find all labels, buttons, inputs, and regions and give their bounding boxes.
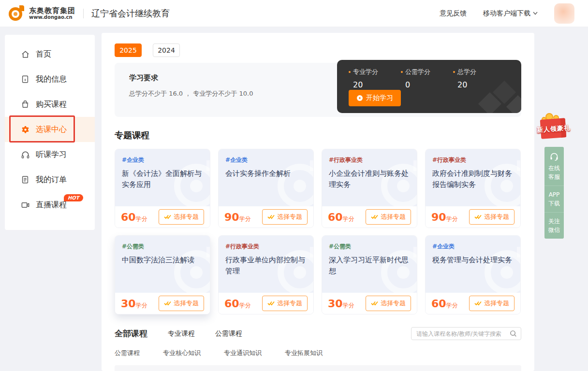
double-check-icon [164,214,171,219]
double-check-icon [474,214,482,219]
card-credits: 30学分 [328,298,354,310]
sidebar-item-buy-courses[interactable]: 购买课程 [5,92,95,117]
sidebar-item-listen-learn[interactable]: 听课学习 [5,142,95,167]
topic-card[interactable]: #行政事业类 行政事业单位内部控制与管理 60学分 选择专题 [218,235,314,314]
logo-brand-text: 东奥教育集团 [29,7,75,15]
learning-requirements-box: 学习要求 总学分不少于 16.0 ， 专业学分不少于 10.0 专业学分 20 … [115,63,521,117]
mobile-download-link[interactable]: 移动客户端下载 [483,9,538,18]
select-topic-button[interactable]: 选择专题 [159,209,204,225]
double-check-icon [164,301,171,306]
select-topic-button[interactable]: 选择专题 [366,209,411,225]
credits-panel: 专业学分 20 公需学分 0 总学分 20 开始学习 [337,60,521,113]
sidebar-item-course-center[interactable]: 选课中心 [5,117,95,142]
chevron-down-icon [533,12,538,15]
online-service-button[interactable]: 在线 客服 [544,147,564,186]
year-tab-2024[interactable]: 2024 [153,43,180,57]
floating-sidebar: 新人领豪礼 在线 客服 APP 下载 关注 微信 [536,112,573,239]
tab-all-courses[interactable]: 全部课程 [115,328,147,339]
credit-item-professional: 专业学分 20 [349,68,382,89]
card-title: 中国数字法治三法解读 [122,255,203,266]
double-check-icon [267,214,275,219]
topic-cards-grid: #企业类 新《会计法》全面解析与实务应用 60学分 选择专题 #企业类 会计实务… [115,149,521,314]
dongao-logo[interactable]: 东奥教育集团 www.dongao.cn [9,5,75,22]
subtab-public-courses[interactable]: 公需课程 [115,349,140,357]
double-check-icon [371,301,378,306]
topic-card[interactable]: #企业类 会计实务操作全解析 90学分 选择专题 [218,149,314,228]
card-tag: #行政事业类 [432,156,514,164]
gear-icon [20,125,30,134]
double-check-icon [371,214,378,219]
card-title: 小企业会计准则与账务处理实务 [329,168,410,191]
double-check-icon [474,301,482,306]
card-credits: 60学分 [328,211,354,223]
card-tag: #行政事业类 [329,156,410,164]
headset-icon [549,152,559,161]
video-icon [20,200,30,210]
subtab-core-knowledge[interactable]: 专业核心知识 [163,349,201,357]
topic-card[interactable]: #企业类 新《会计法》全面解析与实务应用 60学分 选择专题 [115,149,210,228]
select-topic-button[interactable]: 选择专题 [262,296,308,311]
topic-card[interactable]: #行政事业类 小企业会计准则与账务处理实务 60学分 选择专题 [322,149,417,228]
card-title: 新《会计法》全面解析与实务应用 [122,168,203,191]
course-list-header: 全部课程 专业课程 公需课程 [115,327,521,340]
course-table-header: 课程分类 课程名称 主讲老师 学分 级别 热度 试听 操作 [115,365,521,371]
card-title: 行政事业单位内部控制与管理 [225,255,307,277]
order-doc-icon [20,175,30,185]
app-download-button[interactable]: APP 下载 [544,186,564,213]
logo-url-text: www.dongao.cn [29,14,75,20]
course-search-box[interactable] [411,327,521,340]
subtab-general-knowledge[interactable]: 专业通识知识 [224,349,262,357]
year-tab-2025[interactable]: 2025 [115,43,142,57]
card-tag: #行政事业类 [225,243,307,251]
topic-card[interactable]: #企业类 税务管理与会计处理实务 60学分 选择专题 [425,235,521,314]
sidebar-item-live-courses[interactable]: 直播课程 HOT [5,192,95,217]
card-title: 会计实务操作全解析 [225,168,307,179]
dongao-logo-icon [9,5,25,22]
user-avatar[interactable] [554,3,574,24]
headphones-icon [20,150,30,159]
card-credits: 60学分 [224,298,251,310]
hot-badge: HOT [64,194,83,201]
course-search-input[interactable] [416,330,510,337]
play-circle-icon [356,95,363,101]
card-tag: #企业类 [122,156,203,164]
sidebar-item-home[interactable]: 首页 [5,42,95,67]
topics-section-title: 专题课程 [115,129,521,141]
info-doc-icon [20,74,30,84]
new-user-gift-banner[interactable]: 新人领豪礼 [536,112,572,142]
subtab-extended-knowledge[interactable]: 专业拓展知识 [285,349,323,357]
main-panel: 2025 2024 学习要求 总学分不少于 16.0 ， 专业学分不少于 10.… [102,33,534,371]
search-icon[interactable] [510,330,517,337]
topic-card[interactable]: #公需类 中国数字法治三法解读 30学分 选择专题 [115,235,210,314]
secondary-tabs: 公需课程 专业核心知识 专业通识知识 专业拓展知识 [115,349,521,357]
tab-professional-courses[interactable]: 专业课程 [168,329,195,338]
sidebar-item-my-info[interactable]: 我的信息 [5,67,95,92]
select-topic-button[interactable]: 选择专题 [469,296,514,311]
card-title: 深入学习习近平新时代思想 [329,255,410,277]
site-title: 辽宁省会计继续教育 [91,8,170,19]
select-topic-button[interactable]: 选择专题 [262,209,308,225]
credit-item-total: 总学分 20 [453,68,487,89]
floating-button-stack: 在线 客服 APP 下载 关注 微信 [544,147,564,239]
card-credits: 90学分 [224,211,251,223]
tab-public-courses[interactable]: 公需课程 [215,329,242,338]
shopping-bag-icon [20,100,30,109]
sidebar-nav: 首页 我的信息 购买课程 选课中心 听课学习 我的订单 直播课程 [5,35,95,230]
card-credits: 30学分 [121,298,147,310]
topic-card[interactable]: #行政事业类 政府会计准则制度与财务报告编制实务 90学分 选择专题 [425,149,521,228]
select-topic-button[interactable]: 选择专题 [366,296,411,311]
card-credits: 60学分 [431,298,458,310]
topic-card[interactable]: #公需类 深入学习习近平新时代思想 30学分 选择专题 [322,235,417,314]
header-divider [83,9,84,18]
card-credits: 60学分 [121,211,147,223]
top-header: 东奥教育集团 www.dongao.cn 辽宁省会计继续教育 意见反馈 移动客户… [0,0,588,27]
card-tag: #公需类 [329,243,410,251]
follow-wechat-button[interactable]: 关注 微信 [544,213,564,239]
card-title: 政府会计准则制度与财务报告编制实务 [432,168,514,191]
select-topic-button[interactable]: 选择专题 [469,209,514,225]
sidebar-item-my-orders[interactable]: 我的订单 [5,167,95,192]
select-topic-button[interactable]: 选择专题 [159,296,204,311]
credit-item-public: 公需学分 0 [401,68,435,89]
feedback-link[interactable]: 意见反馈 [440,9,467,18]
start-learning-button[interactable]: 开始学习 [349,90,401,106]
